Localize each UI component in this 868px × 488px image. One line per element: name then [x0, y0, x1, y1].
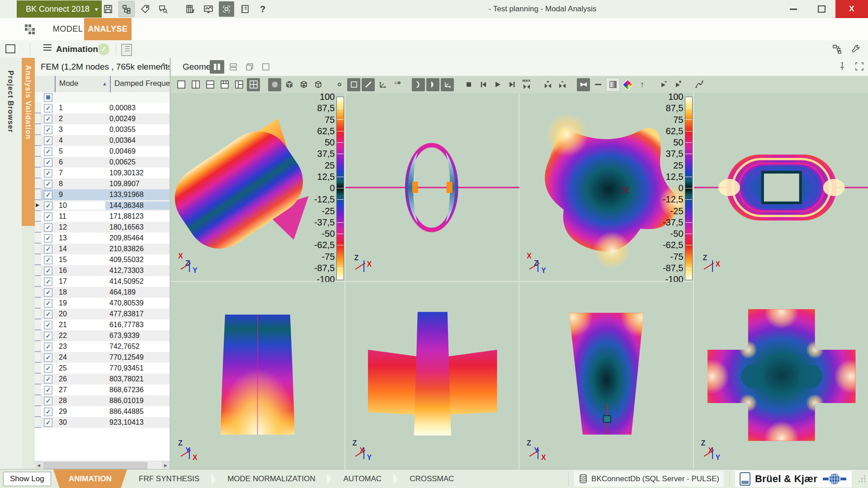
hidden-line-view-button[interactable] — [311, 78, 325, 91]
save-button[interactable] — [100, 1, 116, 17]
mode-checkbox[interactable]: ✓ — [44, 223, 52, 232]
pin-icon[interactable] — [837, 61, 847, 71]
layout-single-pane-button[interactable] — [175, 78, 188, 91]
fem-row-6[interactable]: ✓60,00625 — [35, 157, 170, 168]
animate-axes-button[interactable] — [441, 78, 454, 91]
mode-checkbox[interactable]: ✓ — [44, 397, 52, 405]
mode-checkbox[interactable]: ✓ — [44, 353, 52, 362]
sweep-arc-button[interactable] — [412, 78, 425, 91]
fem-row-9[interactable]: ✓9133,91968 — [35, 189, 170, 200]
view-side-4[interactable]: ZXY — [694, 282, 868, 469]
layout-left-pane-button[interactable] — [232, 78, 245, 91]
mode-checkbox-cell[interactable]: ✓ — [41, 158, 55, 167]
restore-button[interactable] — [807, 0, 835, 18]
autoscale-button[interactable] — [577, 78, 590, 91]
tab-mode-normalization[interactable]: MODE NORMALIZATION — [216, 469, 327, 488]
tag-button[interactable] — [137, 1, 153, 17]
scrollbar-thumb[interactable] — [43, 462, 147, 469]
select-area-button[interactable] — [347, 78, 360, 91]
node-size-button[interactable] — [333, 78, 346, 91]
app-menu-button[interactable]: BK Connect 2018 ▾ — [17, 0, 102, 18]
maximize-icon[interactable] — [854, 61, 864, 71]
fem-row-25[interactable]: ✓25770,93451 — [35, 363, 170, 374]
fem-row-17[interactable]: ✓17414,50952 — [35, 276, 170, 287]
fem-row-8[interactable]: ✓8109,8907 — [35, 178, 170, 189]
mode-checkbox-cell[interactable]: ✓ — [41, 223, 55, 232]
wrench-icon[interactable] — [851, 43, 862, 54]
notebook-button[interactable] — [237, 1, 252, 17]
cascade-views-button[interactable] — [242, 60, 257, 74]
fem-row-19[interactable]: ✓19470,80539 — [35, 298, 170, 309]
shaded-view-button[interactable] — [268, 78, 281, 91]
wireframe-view-button[interactable] — [297, 78, 310, 91]
mode-checkbox-cell[interactable]: ✓ — [41, 212, 55, 221]
fem-row-5[interactable]: ✓50,00469 — [35, 146, 170, 157]
data-tree-icon[interactable] — [832, 43, 843, 54]
mode-checkbox[interactable]: ✓ — [44, 212, 52, 221]
node-numbers-button[interactable]: 123 — [391, 78, 404, 91]
mode-checkbox-cell[interactable]: ✓ — [41, 332, 55, 340]
mode-checkbox[interactable]: ✓ — [44, 277, 52, 286]
project-browser-strip[interactable]: Project Browser — [0, 58, 22, 469]
mode-checkbox-cell[interactable]: ✓ — [41, 136, 55, 145]
fem-row-18[interactable]: ✓18464,189 — [35, 287, 170, 298]
fem-row-7[interactable]: ✓7109,30132 — [35, 168, 170, 178]
task-menu-icon[interactable] — [43, 44, 52, 51]
display-button[interactable] — [201, 1, 216, 17]
tab-model[interactable]: MODEL — [47, 18, 88, 40]
search-annotations-button[interactable] — [156, 1, 171, 17]
move-axes-button[interactable] — [376, 78, 389, 91]
tab-automac[interactable]: AUTOMAC — [331, 469, 393, 488]
column-header-mode[interactable]: Mode ▲ — [55, 76, 110, 92]
fem-row-20[interactable]: ✓20477,83817 — [35, 309, 170, 319]
view-side-2[interactable]: ZXY — [345, 282, 520, 469]
report-icon[interactable] — [121, 44, 132, 56]
undeformed-button[interactable] — [591, 78, 604, 91]
mode-checkbox-cell[interactable]: ✓ — [41, 364, 55, 373]
view-front-1[interactable]: ZX — [345, 93, 520, 282]
mode-checkbox[interactable]: ✓ — [44, 321, 52, 329]
mode-checkbox[interactable]: ✓ — [44, 310, 52, 319]
contour-button[interactable] — [606, 78, 620, 92]
mode-checkbox-cell[interactable]: ✓ — [41, 299, 55, 308]
mode-checkbox[interactable]: ✓ — [44, 158, 52, 167]
mode-checkbox[interactable]: ✓ — [44, 408, 52, 416]
single-view-button[interactable] — [259, 60, 273, 74]
apps-grid-icon[interactable] — [25, 24, 35, 34]
mode-checkbox[interactable]: ✓ — [44, 245, 52, 253]
arrow-up-button[interactable]: ↑ — [636, 78, 649, 91]
fem-row-10[interactable]: ▶✓10144,36348 — [35, 200, 170, 211]
layout-quad-button[interactable] — [247, 78, 260, 91]
tab-analyse[interactable]: ANALYSE — [84, 18, 132, 40]
fem-row-21[interactable]: ✓21616,77783 — [35, 319, 170, 330]
view-front-2[interactable]: ZX — [694, 93, 868, 282]
fem-row-27[interactable]: ✓27868,67236 — [35, 385, 170, 395]
mode-checkbox-cell[interactable]: ✓ — [41, 115, 55, 123]
mode-checkbox-cell[interactable]: ✓ — [41, 202, 55, 210]
mode-checkbox-cell[interactable]: ✓ — [41, 397, 55, 405]
mode-checkbox[interactable]: ✓ — [44, 386, 52, 394]
next-mode-button[interactable] — [671, 78, 684, 91]
fem-row-15[interactable]: ✓15409,55032 — [35, 254, 170, 265]
sweep-solid-button[interactable] — [426, 78, 439, 91]
help-button[interactable]: ? — [255, 1, 270, 17]
column-header-frequency[interactable]: Damped Frequency (Hz) — [110, 76, 170, 92]
mode-checkbox[interactable]: ✓ — [44, 375, 52, 384]
table-sort-button[interactable] — [183, 1, 198, 17]
max-amplitude-button[interactable]: MAX — [520, 78, 533, 91]
fem-row-13[interactable]: ✓13209,85464 — [35, 233, 170, 244]
mode-checkbox-cell[interactable]: ✓ — [41, 288, 55, 297]
mode-checkbox-cell[interactable]: ✓ — [41, 104, 55, 113]
layout-button[interactable] — [219, 1, 234, 17]
mode-checkbox[interactable]: ✓ — [44, 299, 52, 308]
mode-checkbox-cell[interactable]: ✓ — [41, 375, 55, 384]
mode-checkbox[interactable]: ✓ — [44, 136, 52, 145]
mode-checkbox[interactable]: ✓ — [44, 126, 52, 134]
mode-checkbox[interactable]: ✓ — [44, 169, 52, 178]
split-vertical-button[interactable] — [210, 60, 224, 74]
mode-checkbox[interactable]: ✓ — [44, 267, 52, 275]
amplitude-up-button[interactable] — [541, 78, 554, 91]
split-horizontal-button[interactable] — [226, 60, 241, 74]
step-first-button[interactable] — [476, 78, 490, 91]
layout-grid-top-button[interactable] — [218, 78, 231, 91]
